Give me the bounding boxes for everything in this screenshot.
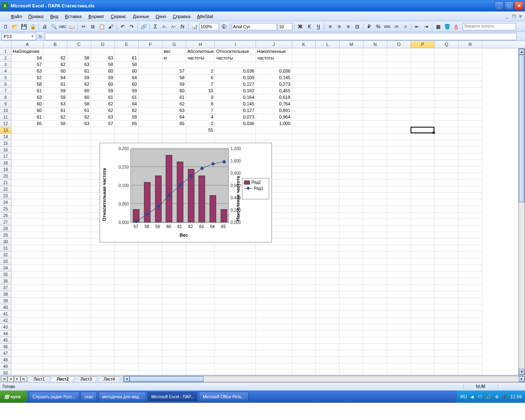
cell[interactable] [340,114,363,121]
cell[interactable] [67,180,91,186]
col-header-Q[interactable]: Q [435,41,459,48]
cell[interactable]: 0,182 [215,88,256,94]
cell[interactable] [435,48,459,55]
cell[interactable] [435,258,459,265]
cell[interactable] [363,62,387,68]
cell[interactable] [363,193,387,199]
cell[interactable] [316,81,340,88]
col-header-P[interactable]: P [411,41,435,48]
cell[interactable] [256,285,292,291]
cell[interactable] [11,193,43,199]
cell[interactable] [435,226,459,232]
cell[interactable] [292,153,316,160]
cell[interactable] [411,291,435,298]
cell[interactable] [215,298,256,304]
cell[interactable] [67,311,91,317]
cell[interactable] [459,107,482,114]
cell[interactable] [435,357,459,363]
cell[interactable] [256,127,292,134]
cell[interactable] [215,278,256,285]
cell[interactable] [186,245,215,252]
cell[interactable]: 0,036 [215,68,256,75]
row-header[interactable]: 2 [0,55,11,62]
cell[interactable] [316,291,340,298]
cell[interactable]: 63 [91,55,115,62]
cell[interactable]: 59 [162,81,186,88]
tab-next-button[interactable]: ▸ [14,376,21,382]
cell[interactable] [256,324,292,331]
cell[interactable] [67,232,91,239]
cell[interactable] [316,186,340,193]
cell[interactable] [11,173,43,180]
italic-button[interactable]: К [305,23,313,31]
tray-icon[interactable]: ⚙ [494,394,500,399]
cell[interactable] [256,258,292,265]
cell[interactable]: 58 [67,101,91,107]
cell[interactable] [139,357,162,363]
cell[interactable] [316,245,340,252]
cell[interactable] [435,344,459,350]
borders-button[interactable]: ▦ [434,23,442,31]
cell[interactable] [292,88,316,94]
cell[interactable]: 0,127 [215,107,256,114]
cell[interactable] [411,68,435,75]
cell[interactable] [340,298,363,304]
cell[interactable]: частоты [186,55,215,62]
align-right-button[interactable]: ≡ [344,23,352,31]
cell[interactable] [435,337,459,344]
cell[interactable] [435,75,459,81]
cell[interactable] [459,212,482,219]
cell[interactable] [435,101,459,107]
cell[interactable]: 57 [91,121,115,127]
cell[interactable] [186,331,215,337]
cell[interactable] [186,337,215,344]
cell[interactable] [292,337,316,344]
cell[interactable] [67,48,91,55]
cell[interactable]: 63 [11,68,43,75]
cell[interactable] [363,370,387,375]
cell[interactable] [67,199,91,206]
cell[interactable] [435,285,459,291]
cell[interactable] [11,160,43,167]
cell[interactable] [316,140,340,147]
cell[interactable] [387,167,411,173]
cell[interactable] [340,245,363,252]
cell[interactable] [67,265,91,272]
cell[interactable] [67,350,91,357]
row-header[interactable]: 6 [0,81,11,88]
cell[interactable] [363,68,387,75]
cell[interactable] [316,160,340,167]
cell[interactable] [162,337,186,344]
cell[interactable]: 64 [11,55,43,62]
cell[interactable] [435,147,459,153]
cell[interactable] [387,317,411,324]
cell[interactable] [387,324,411,331]
cell[interactable] [215,245,256,252]
cell[interactable] [139,75,162,81]
cell[interactable] [292,94,316,101]
row-header[interactable]: 41 [0,311,11,317]
cell[interactable]: 8 [186,101,215,107]
col-header-M[interactable]: M [340,41,363,48]
cell[interactable] [292,272,316,278]
cell[interactable] [186,324,215,331]
cell[interactable]: 7 [186,81,215,88]
cell[interactable]: 59 [91,75,115,81]
cell[interactable] [435,107,459,114]
cell[interactable] [411,350,435,357]
cell[interactable] [459,219,482,226]
cell[interactable] [363,331,387,337]
cell[interactable] [387,357,411,363]
cell[interactable] [316,167,340,173]
cell[interactable] [387,311,411,317]
cell[interactable] [316,304,340,311]
cell[interactable] [67,239,91,245]
cell[interactable] [363,134,387,140]
cell[interactable] [11,304,43,311]
cell[interactable]: 62 [43,114,67,121]
cell[interactable] [292,147,316,153]
cell[interactable] [411,370,435,375]
cell[interactable] [316,370,340,375]
sheet-tab-Лист2[interactable]: Лист2 [50,376,75,382]
cell[interactable] [411,75,435,81]
